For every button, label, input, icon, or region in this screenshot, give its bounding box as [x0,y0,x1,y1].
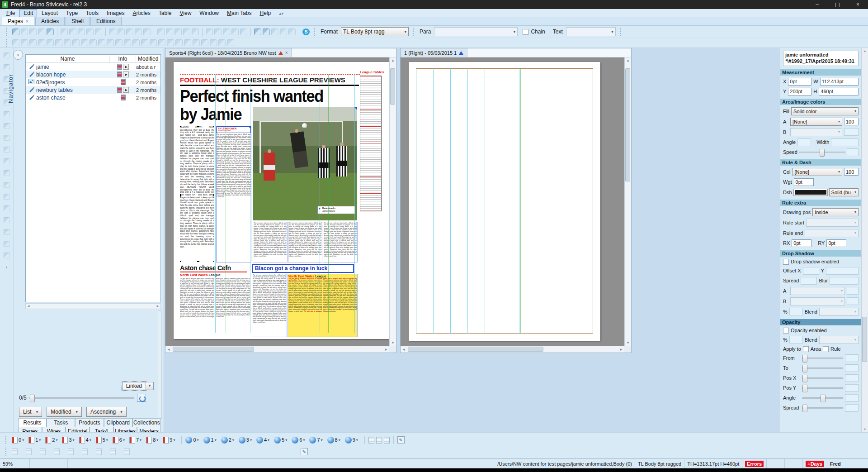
inspector-scrollbar[interactable]: ▴▾ [861,48,868,432]
shadow-color-a-dropdown[interactable]: ▾ [790,287,845,295]
article-column[interactable]: The win was a welcome boost after a diff… [323,222,357,262]
shadow-percent-field[interactable] [789,308,803,315]
doc-tab-right-page[interactable]: 1 (Right) - 05/03/2015 1 [401,48,467,57]
menu-help[interactable]: Help [256,10,275,17]
align-left-icon[interactable] [124,39,131,46]
page-slot-button[interactable]: 0▾ [12,437,24,443]
print-icon[interactable] [47,29,54,35]
align-center-icon[interactable] [132,39,140,46]
find-icon[interactable] [157,29,165,35]
document-icon[interactable] [376,437,382,443]
info-doc-icon[interactable] [121,79,126,85]
list-item[interactable]: aston chase2 months [26,94,160,101]
star-icon[interactable] [271,29,278,35]
strike-icon[interactable] [47,39,54,46]
shadow-blend-dropdown[interactable]: ▾ [819,308,859,316]
column-header-info[interactable]: Info [110,56,136,62]
cut-icon[interactable] [95,29,102,35]
opacity-percent-field[interactable] [789,336,803,343]
rule-color-dropdown[interactable]: [None]▾ [793,168,842,176]
wire-slot-button[interactable]: 9▾ [345,437,358,443]
info-doc-icon[interactable] [117,87,122,93]
article-column-lead[interactable]: BLACON YOUTH CLUB strengthened their bid… [180,126,214,262]
refresh-icon[interactable] [137,394,146,402]
offset-x-field[interactable] [803,267,819,275]
format-dropdown[interactable]: TL Body 8pt ragg▾ [341,27,409,36]
shadow-spread-field[interactable] [801,277,817,285]
layers-icon[interactable] [175,29,182,35]
para-dropdown[interactable]: ▾ [434,27,518,36]
opacity-checkbox[interactable] [783,328,789,334]
open-icon[interactable] [12,29,19,35]
w-field[interactable]: 112.413pt [820,78,859,86]
slider-pos-x[interactable] [802,377,843,379]
pen-tool-icon[interactable] [4,135,10,141]
linked-caret-icon[interactable]: ▾ [146,382,154,390]
copy-icon[interactable] [109,29,116,35]
redo-icon[interactable] [135,29,142,35]
line-tool-icon[interactable] [4,123,10,129]
section-area-colors[interactable]: Area/Image colors [780,99,861,105]
shadow-blur-field[interactable] [830,277,859,285]
page-slot-button[interactable]: 9▾ [163,437,175,443]
justify-icon[interactable] [150,39,157,46]
fill-dropdown[interactable]: Solid color▾ [791,107,859,115]
photo-caption[interactable]: Determined – Jamie Rogers [317,206,355,214]
dash-style-dropdown[interactable]: Solid (bu ▾ [829,188,859,196]
wire-slot-button[interactable]: 1▾ [203,437,217,443]
forward-icon[interactable] [288,29,296,35]
skype-icon[interactable]: S [302,29,310,35]
panel-tab-clipboard[interactable]: Clipboard [104,418,132,427]
text-tool-icon[interactable] [21,39,28,46]
document-icon[interactable] [26,448,32,455]
tab-articles[interactable]: Articles [35,17,65,25]
column-header-modified[interactable]: Modified [136,56,160,62]
toolbar-grip[interactable] [6,39,8,47]
slider-to[interactable] [802,367,843,369]
import-icon[interactable] [254,29,261,35]
document-icon[interactable] [54,448,60,455]
wire-slot-button[interactable]: 2▾ [221,437,234,443]
doc-tab-close-icon[interactable]: × [285,50,288,55]
slider-value-field[interactable] [845,404,859,412]
page-tool-icon[interactable] [4,253,10,258]
angle-field[interactable] [797,138,811,146]
color-b-dropdown[interactable]: ▾ [790,128,842,136]
scale-tool-icon[interactable] [4,182,10,188]
doc1-hscrollbar[interactable]: ◄► [165,346,389,353]
document-icon[interactable] [384,437,390,443]
page-slot-button[interactable]: 8▾ [146,437,158,443]
rx-field[interactable]: 0pt [792,239,811,247]
menu-edit[interactable]: Edit [19,9,37,17]
tab-editions[interactable]: Editions [90,17,122,25]
article-column[interactable]: The win was a welcome boost after a diff… [253,222,287,262]
oval-icon[interactable] [64,39,71,46]
paragraph-icon[interactable] [231,29,239,35]
info-doc-icon[interactable] [117,72,122,77]
new-doc-icon[interactable] [206,29,213,35]
speed-slider[interactable] [799,152,845,153]
menu-file[interactable]: File [3,10,19,17]
ry-field[interactable]: 0pt [826,239,846,247]
section-drop-shadow[interactable]: Drop Shadow [780,250,861,257]
info-doc-icon[interactable] [117,64,122,70]
approve-icon[interactable] [61,29,68,35]
blacon-article[interactable]: Blacon got a change in luck The win was … [252,264,357,338]
page-slot-button[interactable]: 4▾ [79,437,91,443]
table-tool-icon[interactable] [4,217,10,223]
globe2-icon[interactable] [240,29,247,35]
open-arrow-icon[interactable]: ➤ [123,72,129,77]
article-column[interactable]: The win was a welcome boost after a diff… [288,222,322,262]
toolbar-grip[interactable] [413,28,415,36]
slider-value-field[interactable] [845,394,859,402]
layout-canvas[interactable]: League tables FOOTBALL: WEST CHESHIRE LE… [165,57,389,346]
wire-slot-button[interactable]: 4▾ [256,437,269,443]
ruler-icon[interactable] [218,39,226,46]
navigator-vscrollbar[interactable] [158,310,162,419]
document-icon[interactable] [68,448,74,455]
section-rule-extra[interactable]: Rule extra [780,200,861,206]
slider-spread[interactable] [802,407,843,409]
outdent-icon[interactable] [193,39,200,46]
table-icon[interactable] [107,39,114,46]
italic-icon[interactable] [38,39,45,46]
